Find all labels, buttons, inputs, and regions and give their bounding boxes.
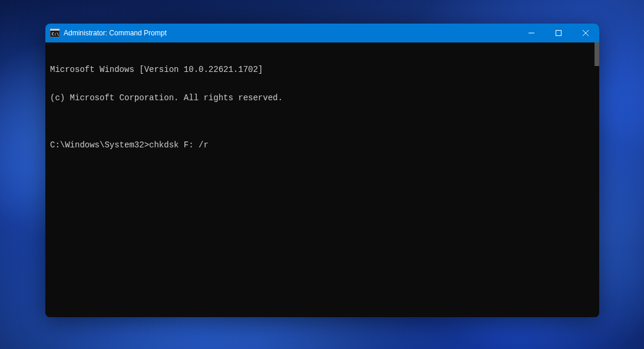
scrollbar-thumb[interactable] bbox=[595, 42, 599, 66]
window-title: Administrator: Command Prompt bbox=[64, 29, 518, 37]
terminal-output-line: (c) Microsoft Corporation. All rights re… bbox=[50, 93, 595, 103]
terminal-command: chkdsk F: /r bbox=[149, 140, 209, 150]
terminal-prompt: C:\Windows\System32> bbox=[50, 140, 149, 150]
svg-text:C:\: C:\ bbox=[52, 32, 60, 37]
window-controls bbox=[518, 24, 599, 42]
title-bar[interactable]: C:\ Administrator: Command Prompt bbox=[45, 24, 599, 42]
command-prompt-icon: C:\ bbox=[50, 28, 60, 38]
svg-rect-4 bbox=[556, 31, 562, 36]
minimize-button[interactable] bbox=[518, 24, 545, 42]
svg-rect-1 bbox=[50, 29, 60, 31]
close-button[interactable] bbox=[572, 24, 599, 42]
terminal-output-line: Microsoft Windows [Version 10.0.22621.17… bbox=[50, 65, 595, 74]
maximize-button[interactable] bbox=[545, 24, 572, 42]
terminal-body[interactable]: Microsoft Windows [Version 10.0.22621.17… bbox=[45, 42, 599, 317]
command-prompt-window: C:\ Administrator: Command Prompt bbox=[45, 24, 599, 317]
terminal-prompt-line: C:\Windows\System32>chkdsk F: /r bbox=[50, 140, 595, 150]
